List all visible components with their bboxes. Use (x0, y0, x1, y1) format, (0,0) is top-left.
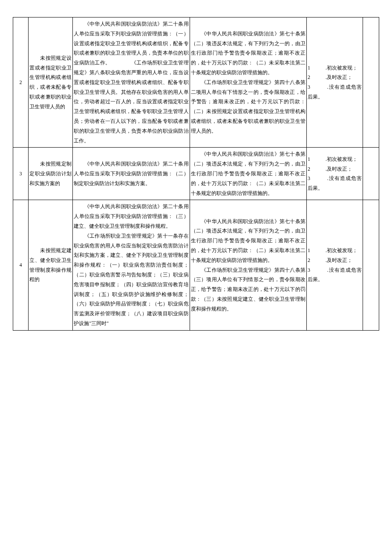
conditions: 1 .初次被发现；2 .及时改正；3 .没有造成危害后果。 (306, 200, 363, 330)
conditions: 1 .初次被发现；2 .及时改正；3 .没有造成危害后果。 (306, 17, 363, 148)
remark (363, 148, 379, 200)
table-row: 3 未按照规定制定职业病防治计划和实施方案的 《中华人民共和国职业病防治法》第二… (13, 148, 379, 200)
row-number: 2 (13, 17, 29, 148)
violation-desc: 未按照规定建立、健全职业卫生管理制度和操作规程的 (29, 200, 73, 330)
legal-basis: 《中华人民共和国职业病防治法》第二十条用人单位应当采取下列职业病防治管理措施：（… (73, 148, 190, 200)
penalty-basis: 《中华人民共和国职业病防治法》第七十条第（二）项违反本法规定，有下列行为之一的，… (190, 148, 306, 200)
row-number: 4 (13, 200, 29, 330)
table-row: 4 未按照规定建立、健全职业卫生管理制度和操作规程的 《中华人民共和国职业病防治… (13, 200, 379, 330)
legal-basis: 《中华人民共和国职业病防治法》第二十条用人单位应当采取下列职业病防治管理措施：（… (73, 17, 190, 148)
remark (363, 200, 379, 330)
row-number: 3 (13, 148, 29, 200)
remark (363, 17, 379, 148)
regulation-table: 2 未按照规定设置或者指定职业卫生管理机构或者组织，或者未配备专职或者兼职的职业… (13, 17, 379, 331)
violation-desc: 未按照规定制定职业病防治计划和实施方案的 (29, 148, 73, 200)
penalty-basis: 《中华人民共和国职业病防治法》第七十条第（二）项违反本法规定，有下列行为之一的，… (190, 200, 306, 330)
conditions: 1 .初次被发现；2 .及时改正；3 .没有造成危害后果。 (306, 148, 363, 200)
penalty-basis: 《中华人民共和国职业病防治法》第七十条第（二）项违反本法规定，有下列行为之一的，… (190, 17, 306, 148)
legal-basis: 《中华人民共和国职业病防治法》第二十条用人单位应当采取下列职业病防治管理措施：（… (73, 200, 190, 330)
table-row: 2 未按照规定设置或者指定职业卫生管理机构或者组织，或者未配备专职或者兼职的职业… (13, 17, 379, 148)
violation-desc: 未按照规定设置或者指定职业卫生管理机构或者组织，或者未配备专职或者兼职的职业卫生… (29, 17, 73, 148)
